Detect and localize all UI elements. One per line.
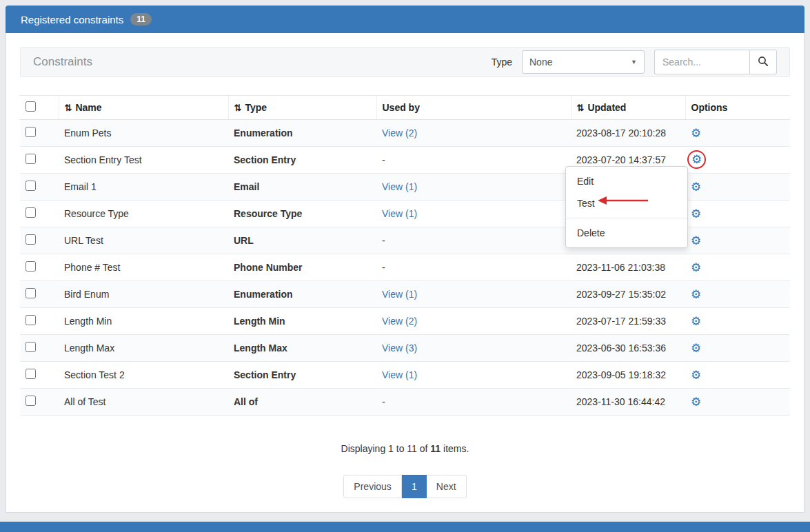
row-checkbox[interactable] (26, 234, 36, 245)
results-summary: Displaying 1 to 11 of 11 items. (20, 443, 790, 454)
gear-icon[interactable]: ⚙ (691, 207, 701, 221)
row-checkbox[interactable] (26, 369, 36, 379)
row-checkbox[interactable] (26, 315, 36, 325)
constraints-table: ⇅Name ⇅Type Used by ⇅Updated Options (20, 95, 790, 416)
type-cell: Email (228, 174, 376, 201)
search-icon (758, 56, 769, 69)
name-cell: URL Test (59, 227, 228, 254)
type-cell: Phone Number (228, 254, 376, 281)
name-cell: All of Test (59, 389, 228, 416)
type-filter-label: Type (492, 57, 512, 68)
used-by-cell: View (1) (376, 362, 571, 389)
used-by-link[interactable]: View (2) (382, 127, 417, 139)
used-by-link[interactable]: View (3) (382, 342, 417, 354)
gear-icon[interactable]: ⚙ (691, 396, 701, 409)
gear-icon[interactable]: ⚙ (691, 288, 701, 301)
col-header-used-by: Used by (376, 96, 571, 120)
updated-cell: 2023-07-17 21:59:33 (571, 308, 685, 335)
col-header-updated[interactable]: ⇅Updated (571, 96, 685, 120)
col-header-name[interactable]: ⇅Name (59, 96, 228, 120)
type-cell: Section Entry (228, 147, 376, 174)
used-by-link[interactable]: View (1) (382, 369, 417, 380)
page-footer-bar (0, 522, 810, 532)
row-checkbox[interactable] (26, 127, 36, 137)
type-cell: Section Entry (228, 362, 376, 389)
search-group (654, 50, 777, 74)
used-by-value: - (382, 154, 385, 165)
options-cell: ⚙ (685, 254, 790, 281)
used-by-cell: View (1) (376, 201, 571, 227)
name-cell: Phone # Test (59, 254, 228, 281)
options-cell: ⚙ (685, 174, 790, 201)
used-by-link[interactable]: View (1) (382, 289, 417, 300)
name-cell: Section Entry Test (59, 147, 228, 174)
name-cell: Bird Enum (59, 281, 228, 308)
table-row: Phone # TestPhone Number-2023-11-06 21:0… (20, 254, 790, 281)
menu-item-test[interactable]: Test (566, 192, 687, 214)
gear-icon[interactable]: ⚙ (691, 369, 701, 382)
options-cell: ⚙ (685, 201, 790, 227)
name-cell: Email 1 (59, 174, 228, 201)
row-checkbox[interactable] (26, 396, 36, 406)
updated-cell: 2023-11-30 16:44:42 (571, 389, 685, 416)
options-cell: ⚙ (685, 147, 790, 174)
options-dropdown-menu: EditTestDelete (565, 166, 688, 248)
gear-icon[interactable]: ⚙ (691, 181, 701, 194)
gear-icon[interactable]: ⚙ (691, 127, 701, 140)
used-by-link[interactable]: View (1) (382, 181, 417, 192)
panel-header: Registered constraints 11 (6, 6, 804, 33)
type-cell: Length Max (228, 335, 376, 362)
options-cell: ⚙ (685, 389, 790, 416)
row-checkbox[interactable] (26, 342, 36, 352)
row-checkbox[interactable] (26, 181, 36, 191)
gear-icon[interactable]: ⚙ (691, 342, 701, 355)
gear-icon[interactable]: ⚙ (691, 261, 701, 274)
sort-icon: ⇅ (577, 103, 585, 113)
row-checkbox[interactable] (26, 288, 36, 298)
toolbar-controls: Type None ▼ (492, 50, 777, 74)
used-by-value: - (382, 235, 385, 246)
type-cell: Length Min (228, 308, 376, 335)
count-badge: 11 (130, 13, 152, 25)
search-input[interactable] (654, 50, 749, 74)
toolbar: Constraints Type None ▼ (20, 47, 790, 77)
used-by-link[interactable]: View (2) (382, 316, 417, 327)
chevron-down-icon: ▼ (631, 59, 637, 65)
sort-icon: ⇅ (65, 103, 72, 113)
menu-divider (566, 218, 687, 218)
search-button[interactable] (749, 50, 777, 74)
previous-page-button[interactable]: Previous (343, 475, 401, 498)
type-select[interactable]: None ▼ (522, 50, 645, 74)
gear-icon[interactable]: ⚙ (691, 315, 701, 328)
panel-title: Registered constraints (21, 14, 123, 25)
used-by-cell: - (376, 227, 571, 254)
gear-icon[interactable]: ⚙ (691, 234, 701, 247)
type-cell: Resource Type (228, 201, 376, 227)
table-row: Length MaxLength MaxView (3)2023-06-30 1… (20, 335, 790, 362)
panel-body: Constraints Type None ▼ (6, 33, 804, 513)
pagination: Previous 1 Next (20, 475, 790, 498)
updated-cell: 2023-09-05 19:18:32 (571, 362, 685, 389)
type-select-value: None (529, 57, 552, 68)
name-cell: Length Min (59, 308, 228, 335)
gear-icon[interactable]: ⚙ (691, 154, 702, 165)
used-by-cell: - (376, 389, 571, 416)
col-header-type[interactable]: ⇅Type (228, 96, 376, 120)
options-cell: ⚙ (685, 281, 790, 308)
menu-item-delete[interactable]: Delete (566, 222, 687, 244)
used-by-link[interactable]: View (1) (382, 208, 417, 219)
select-all-checkbox[interactable] (26, 101, 36, 112)
used-by-cell: View (3) (376, 335, 571, 362)
updated-cell: 2023-11-06 21:03:38 (571, 254, 685, 281)
row-checkbox[interactable] (26, 261, 36, 272)
used-by-cell: View (1) (376, 281, 571, 308)
menu-item-edit[interactable]: Edit (566, 170, 687, 192)
next-page-button[interactable]: Next (427, 475, 467, 498)
page-1-button[interactable]: 1 (402, 475, 427, 498)
row-checkbox[interactable] (26, 207, 36, 218)
sort-icon: ⇅ (234, 103, 242, 113)
updated-cell: 2023-06-30 16:53:36 (571, 335, 685, 362)
row-checkbox[interactable] (26, 154, 36, 164)
used-by-cell: View (1) (376, 174, 571, 201)
table-row: Enum PetsEnumerationView (2)2023-08-17 2… (20, 120, 790, 147)
